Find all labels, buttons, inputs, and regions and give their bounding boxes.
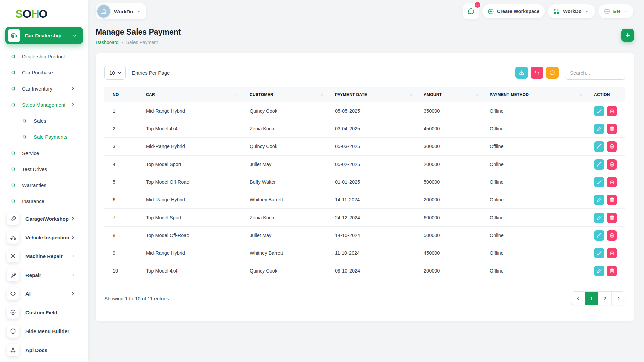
cell-customer: Zenia Koch <box>241 120 327 138</box>
sidebar-menu: Dealership Product Car Purchase Car Inve… <box>0 44 88 362</box>
messages-button[interactable]: 0 <box>463 3 479 19</box>
brand-logo[interactable]: SOHO <box>0 0 88 20</box>
delete-button[interactable] <box>607 141 617 152</box>
sidebar-item-label: Sale Payments <box>34 134 67 140</box>
sort-icon[interactable]: ↑↓ <box>409 93 412 97</box>
delete-button[interactable] <box>607 248 617 258</box>
edit-button[interactable] <box>594 230 604 241</box>
chevron-right-icon <box>71 235 75 240</box>
reset-button[interactable] <box>531 67 543 79</box>
dot-icon <box>23 119 26 123</box>
sidebar-item-machine-repair[interactable]: Machine Repair <box>0 247 88 265</box>
trash-icon <box>610 126 614 131</box>
sort-icon[interactable]: ↑↓ <box>321 93 323 97</box>
sidebar-item-label: Custom Field <box>25 310 57 315</box>
logo-letter: S <box>15 7 22 20</box>
edit-button[interactable] <box>594 248 604 258</box>
sidebar-item-repair[interactable]: Repair <box>0 265 88 284</box>
sort-icon[interactable]: ↑↓ <box>235 93 238 97</box>
wrench-icon <box>7 212 19 225</box>
language-selector[interactable]: EN <box>598 4 633 18</box>
delete-button[interactable] <box>607 177 617 187</box>
edit-button[interactable] <box>594 124 604 134</box>
edit-button[interactable] <box>594 106 604 116</box>
sidebar-item-partial[interactable] <box>0 359 88 362</box>
sidebar-item-label: Sales <box>34 118 46 124</box>
cell-no: 5 <box>104 173 138 191</box>
refresh-button[interactable] <box>546 67 559 79</box>
cell-amount: 350000 <box>415 102 481 120</box>
pagination-page-1[interactable]: 1 <box>585 292 598 305</box>
table-row: 1 Mid-Range Hybrid Quincy Cook 05-05-202… <box>104 102 625 120</box>
cell-payment-date: 09-10-2024 <box>327 262 415 280</box>
column-header-customer[interactable]: CUSTOMER↑↓ <box>241 87 327 102</box>
pagination-prev-button[interactable] <box>571 292 585 305</box>
cell-amount: 300000 <box>415 138 481 156</box>
add-payment-button[interactable] <box>621 29 634 42</box>
cell-car: Top Model Off-Road <box>138 173 241 191</box>
machine-icon <box>7 250 19 262</box>
sidebar-app-car-dealership[interactable]: Car Dealership <box>5 27 83 44</box>
entries-per-page-select[interactable]: 10 <box>104 66 126 80</box>
delete-button[interactable] <box>607 124 617 134</box>
sidebar-item-sales-management[interactable]: Sales Management <box>0 97 88 113</box>
sidebar-item-dealership-product[interactable]: Dealership Product <box>0 48 88 64</box>
breadcrumb-dashboard-link[interactable]: Dashboard <box>96 40 119 45</box>
delete-button[interactable] <box>607 106 617 116</box>
edit-button[interactable] <box>594 177 604 187</box>
delete-button[interactable] <box>607 195 617 205</box>
ai-icon <box>7 287 19 300</box>
workspace-switcher[interactable]: WorkDo <box>96 3 146 19</box>
sidebar-item-car-purchase[interactable]: Car Purchase <box>0 64 88 80</box>
search-input[interactable] <box>565 66 625 80</box>
edit-button[interactable] <box>594 266 604 276</box>
sidebar-item-service[interactable]: Service <box>0 145 88 161</box>
create-workspace-button[interactable]: Create Workspace <box>482 4 545 18</box>
sidebar-item-insurance[interactable]: Insurance <box>0 193 88 209</box>
delete-button[interactable] <box>607 213 617 223</box>
cell-payment-date: 24-12-2024 <box>327 209 415 227</box>
cell-customer: Zenia Koch <box>241 209 327 227</box>
cell-no: 1 <box>104 102 138 120</box>
delete-button[interactable] <box>607 266 617 276</box>
sidebar-item-warranties[interactable]: Warranties <box>0 177 88 193</box>
edit-button[interactable] <box>594 141 604 152</box>
trash-icon <box>610 162 614 167</box>
sidebar-item-side-menu-builder[interactable]: Side Menu Builder <box>0 322 88 341</box>
cell-car: Top Model Off-Road <box>138 227 241 244</box>
export-button[interactable] <box>515 67 528 79</box>
sidebar-item-vehicle-inspection[interactable]: Vehicle Inspection <box>0 228 88 247</box>
pagination-page-2[interactable]: 2 <box>598 292 611 305</box>
edit-button[interactable] <box>594 195 604 205</box>
sidebar-item-sales[interactable]: Sales <box>0 113 88 129</box>
trash-icon <box>610 268 614 273</box>
chevron-right-icon <box>71 86 75 91</box>
sidebar-item-sale-payments[interactable]: Sale Payments <box>0 129 88 145</box>
table-toolbar: 10 Entries Per Page <box>104 66 625 80</box>
edit-button[interactable] <box>594 213 604 223</box>
cell-customer: Juliet May <box>241 156 327 173</box>
sidebar-item-ai[interactable]: AI <box>0 284 88 303</box>
column-header-payment-date[interactable]: PAYMENT DATE↑↓ <box>327 87 415 102</box>
app-switcher-button[interactable]: WorkDo <box>548 4 595 18</box>
chevron-down-icon <box>623 9 628 14</box>
sidebar-item-garage-workshop[interactable]: Garage/Workshop <box>0 209 88 228</box>
delete-button[interactable] <box>607 159 617 170</box>
sidebar-item-car-inventory[interactable]: Car Inventory <box>0 80 88 97</box>
cell-car: Mid-Range Hybrid <box>138 102 241 120</box>
column-header-amount[interactable]: AMOUNT↑↓ <box>415 87 481 102</box>
api-icon <box>7 344 19 356</box>
sidebar-item-custom-field[interactable]: Custom Field <box>0 303 88 322</box>
sidebar-item-api-docs[interactable]: Api Docs <box>0 341 88 359</box>
pagination-next-button[interactable] <box>611 292 625 305</box>
sidebar-item-test-drives[interactable]: Test Drives <box>0 161 88 177</box>
column-header-car[interactable]: CAR↑↓ <box>138 87 241 102</box>
delete-button[interactable] <box>607 230 617 241</box>
sort-icon[interactable]: ↑↓ <box>580 93 582 97</box>
column-header-payment-method[interactable]: PAYMENT METHOD↑↓ <box>481 87 586 102</box>
sort-icon[interactable]: ↑↓ <box>475 93 478 97</box>
edit-button[interactable] <box>594 159 604 170</box>
cell-payment-method: Offline <box>481 173 586 191</box>
column-header-action: ACTION <box>586 87 625 102</box>
cell-car: Mid-Range Hybrid <box>138 191 241 209</box>
